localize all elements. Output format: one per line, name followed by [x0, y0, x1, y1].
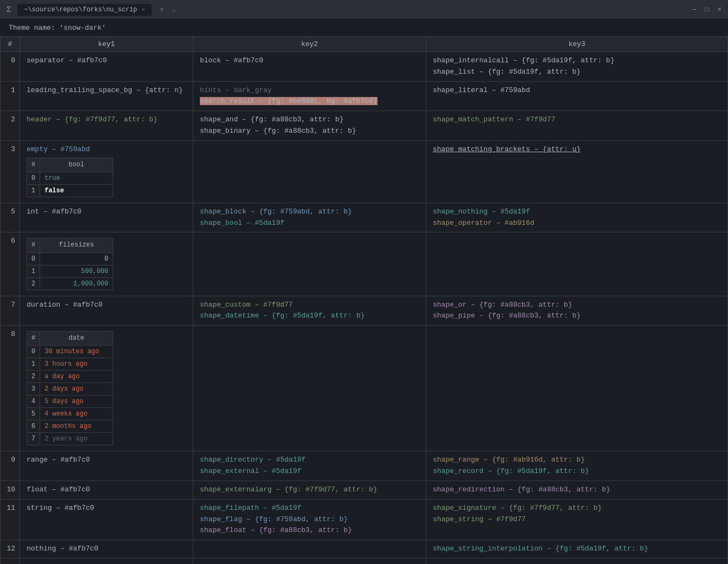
- inner-val: 1,000,000: [40, 277, 113, 290]
- cell-key3-2: shape_match_pattern – #7f9d77: [426, 111, 728, 141]
- tab-close-button[interactable]: ×: [141, 7, 145, 13]
- inner-col-hash: #: [27, 238, 40, 252]
- new-tab-button[interactable]: +: [156, 5, 168, 15]
- cell-key1-2: header – {fg: #7f9d77, attr: b}: [20, 111, 193, 141]
- cell-key3-1: shape_literal – #759abd: [426, 81, 728, 111]
- cell-key2-12: [193, 540, 426, 559]
- inner-val: 0: [40, 252, 113, 265]
- cell-key2-11: shape_filepath – #5da19f shape_flag – {f…: [193, 499, 426, 540]
- cell-key1-8: # date 0 30 minutes ago 1 3 hours ago: [20, 326, 193, 451]
- table-row: 6 # filesizes 0 0: [1, 232, 728, 296]
- inner-idx: 0: [27, 252, 40, 265]
- cell-key2-10: shape_externalarg – {fg: #7f9d77, attr: …: [193, 481, 426, 499]
- tab[interactable]: ~\source\repos\forks\nu_scrip ×: [17, 4, 151, 16]
- cell-key2-5: shape_block – {fg: #759abd, attr: b} sha…: [193, 203, 426, 232]
- inner-val: 2 days ago: [40, 383, 113, 396]
- inner-idx: 4: [27, 396, 40, 408]
- row-index: 0: [1, 52, 20, 82]
- main-table: # key1 key2 key3 0 separator – #afb7c0 b…: [0, 36, 728, 564]
- cell-key2-8: [193, 326, 426, 451]
- row-index: 6: [1, 232, 20, 296]
- inner-col-hash: #: [27, 332, 40, 346]
- cell-key3-8: [426, 326, 728, 451]
- cell-key3-13: shape_table – {fg: #759abd, attr: b}: [426, 558, 728, 564]
- inner-idx: 2: [27, 277, 40, 290]
- inner-val: 3 hours ago: [40, 358, 113, 371]
- inner-val: 2 years ago: [40, 433, 113, 445]
- close-window-button[interactable]: ×: [718, 6, 722, 14]
- minimize-button[interactable]: —: [692, 6, 696, 14]
- table-row: 12 nothing – #afb7c0 shape_string_interp…: [1, 540, 728, 559]
- inner-row: 1 500,000: [27, 265, 113, 277]
- inner-row: 6 2 months ago: [27, 420, 113, 433]
- cell-key1-10: float – #afb7c0: [20, 481, 193, 499]
- restore-button[interactable]: □: [705, 6, 709, 14]
- inner-row: 0 0: [27, 252, 113, 265]
- inner-idx: 7: [27, 433, 40, 445]
- cell-key2-6: [193, 232, 426, 296]
- inner-val: 2 months ago: [40, 420, 113, 433]
- inner-table-bool: # bool 0 true 1 false: [27, 158, 113, 197]
- inner-val: 5 days ago: [40, 396, 113, 408]
- table-row: 2 header – {fg: #7f9d77, attr: b} shape_…: [1, 111, 728, 141]
- cell-key1-0: separator – #afb7c0: [20, 52, 193, 82]
- cell-key2-3: [193, 140, 426, 203]
- inner-val: false: [40, 184, 113, 197]
- cell-key3-3: shape_matching_brackets – {attr: u}: [426, 140, 728, 203]
- inner-val: 4 weeks ago: [40, 408, 113, 420]
- cell-key3-6: [426, 232, 728, 296]
- inner-val: 500,000: [40, 265, 113, 277]
- cell-key3-0: shape_internalcall – {fg: #5da19f, attr:…: [426, 52, 728, 82]
- tab-chevron[interactable]: ⌄: [172, 5, 176, 14]
- inner-table-filesizes: # filesizes 0 0 1 500,000: [27, 238, 113, 290]
- inner-idx: 0: [27, 172, 40, 184]
- cell-key3-7: shape_or – {fg: #a88cb3, attr: b} shape_…: [426, 296, 728, 326]
- inner-col-date: date: [40, 332, 113, 346]
- inner-col-hash: #: [27, 158, 40, 172]
- row-index: 11: [1, 499, 20, 540]
- cell-key1-6: # filesizes 0 0 1 500,000: [20, 232, 193, 296]
- inner-table-date: # date 0 30 minutes ago 1 3 hours ago: [27, 331, 113, 445]
- inner-val: 30 minutes ago: [40, 346, 113, 358]
- cell-key1-12: nothing – #afb7c0: [20, 540, 193, 559]
- table-row: 3 empty – #759abd # bool 0 true: [1, 140, 728, 203]
- inner-row: 3 2 days ago: [27, 383, 113, 396]
- cell-key3-12: shape_string_interpolation – {fg: #5da19…: [426, 540, 728, 559]
- cell-key3-11: shape_signature – {fg: #7f9d77, attr: b}…: [426, 499, 728, 540]
- tab-label: ~\source\repos\forks\nu_scrip: [24, 6, 137, 14]
- inner-idx: 1: [27, 184, 40, 197]
- row-index: 5: [1, 203, 20, 232]
- cell-key1-3: empty – #759abd # bool 0 true: [20, 140, 193, 203]
- cell-key1-5: int – #afb7c0: [20, 203, 193, 232]
- inner-row: 4 5 days ago: [27, 396, 113, 408]
- inner-idx: 3: [27, 383, 40, 396]
- inner-row: 1 3 hours ago: [27, 358, 113, 371]
- window-controls: — □ ×: [692, 6, 722, 14]
- inner-row: 0 30 minutes ago: [27, 346, 113, 358]
- titlebar: Σ ~\source\repos\forks\nu_scrip × + ⌄ — …: [0, 0, 728, 20]
- cell-key1-1: leading_trailing_space_bg – {attr: n}: [20, 81, 193, 111]
- row-index: 8: [1, 326, 20, 451]
- inner-idx: 2: [27, 371, 40, 383]
- cell-key1-11: string – #afb7c0: [20, 499, 193, 540]
- col-header-key3: key3: [426, 37, 728, 52]
- cell-key1-13: binary – #afb7c0: [20, 558, 193, 564]
- cell-key1-9: range – #afb7c0: [20, 451, 193, 481]
- inner-col-filesizes: filesizes: [40, 238, 113, 252]
- col-header-key2: key2: [193, 37, 426, 52]
- cell-key2-2: shape_and – {fg: #a88cb3, attr: b}shape_…: [193, 111, 426, 141]
- cell-key2-13: [193, 558, 426, 564]
- table-row: 5 int – #afb7c0 shape_block – {fg: #759a…: [1, 203, 728, 232]
- row-index: 3: [1, 140, 20, 203]
- inner-row: 7 2 years ago: [27, 433, 113, 445]
- cell-key2-1: hints – dark_gray search_result – {fg: #…: [193, 81, 426, 111]
- row-index: 7: [1, 296, 20, 326]
- theme-name-line: Theme name: 'snow-dark': [0, 20, 728, 36]
- inner-row: 2 1,000,000: [27, 277, 113, 290]
- inner-idx: 1: [27, 358, 40, 371]
- row-index: 10: [1, 481, 20, 499]
- inner-row: 0 true: [27, 172, 113, 184]
- inner-idx: 0: [27, 346, 40, 358]
- col-header-hash: #: [1, 37, 20, 52]
- cell-key3-9: shape_range – {fg: #ab916d, attr: b} sha…: [426, 451, 728, 481]
